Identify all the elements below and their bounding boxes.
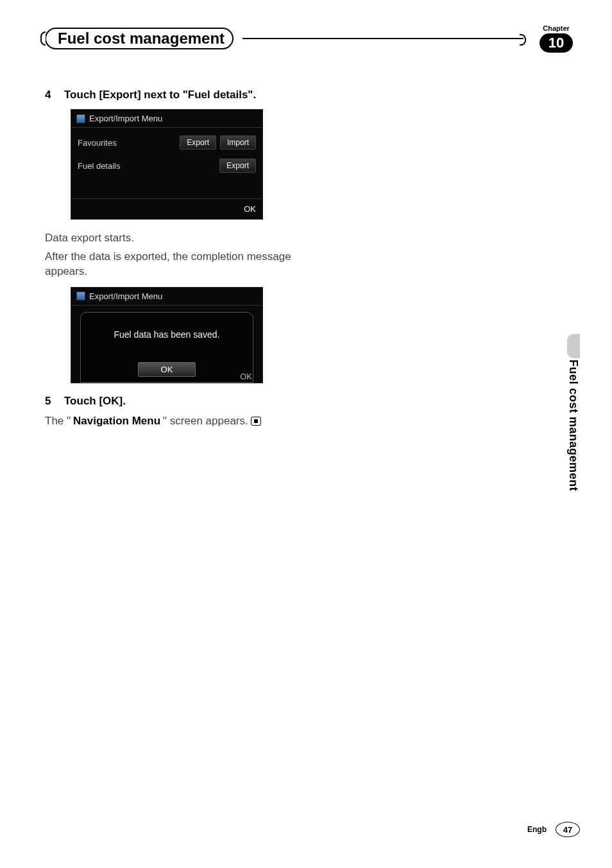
- side-tab-label: Fuel cost management: [566, 360, 580, 491]
- chapter-title-pill: Fuel cost management: [45, 28, 234, 49]
- footer-page-number: 47: [556, 822, 580, 837]
- step-4: 4 Touch [Export] next to "Fuel details".: [45, 89, 321, 101]
- row-favourites: Favourites Export Import: [78, 133, 256, 156]
- title-line: [242, 38, 523, 39]
- page-content: 4 Touch [Export] next to "Fuel details".…: [45, 89, 321, 433]
- chapter-label: Chapter: [532, 24, 580, 32]
- dialog-panel: Fuel data has been saved. OK: [80, 312, 253, 383]
- para-result: The " Navigation Menu " screen appears.: [45, 414, 261, 429]
- page-footer: Engb 47: [527, 822, 580, 837]
- para-export-starts: Data export starts.: [45, 231, 321, 246]
- label-fueldetails: Fuel details: [78, 161, 120, 171]
- chapter-header: Fuel cost management Chapter 10: [45, 24, 580, 53]
- background-ok-text: OK: [240, 372, 252, 381]
- chapter-title: Fuel cost management: [58, 30, 225, 48]
- step-5-text: Touch [OK].: [64, 395, 126, 408]
- screenshot-export-import-menu: Export/Import Menu Favourites Export Imp…: [71, 109, 263, 220]
- window-icon: [76, 114, 85, 123]
- label-favourites: Favourites: [78, 138, 117, 148]
- footer-lang: Engb: [527, 825, 547, 834]
- fueldetails-export-button[interactable]: Export: [219, 159, 256, 173]
- row-fueldetails: Fuel details Export: [78, 156, 256, 179]
- dialog-message: Fuel data has been saved.: [85, 324, 249, 340]
- screenshot1-titlebar: Export/Import Menu: [71, 110, 262, 128]
- screenshot2-title: Export/Import Menu: [89, 291, 162, 301]
- screenshot1-title: Export/Import Menu: [89, 114, 162, 123]
- result-bold: Navigation Menu: [73, 414, 160, 429]
- screenshot1-footer: OK: [71, 198, 262, 219]
- step-5-num: 5: [45, 395, 53, 408]
- screenshot2-titlebar: Export/Import Menu: [71, 288, 262, 306]
- step-5: 5 Touch [OK].: [45, 395, 321, 408]
- screenshot-saved-dialog: Export/Import Menu Fuel data has been sa…: [71, 287, 263, 383]
- screenshot1-ok-button[interactable]: OK: [244, 204, 256, 214]
- end-section-icon: [251, 417, 261, 426]
- result-suffix: " screen appears.: [163, 414, 248, 429]
- sidetab-accent: [567, 334, 580, 358]
- step-4-num: 4: [45, 89, 53, 101]
- chapter-number-box: Chapter 10: [532, 24, 580, 53]
- favourites-import-button[interactable]: Import: [220, 135, 256, 150]
- chapter-number: 10: [540, 33, 573, 53]
- window-icon: [76, 291, 85, 300]
- result-prefix: The ": [45, 414, 71, 429]
- dialog-ok-button[interactable]: OK: [138, 362, 196, 377]
- para-after-export: After the data is exported, the completi…: [45, 250, 321, 279]
- step-4-text: Touch [Export] next to "Fuel details".: [64, 89, 256, 101]
- favourites-export-button[interactable]: Export: [180, 135, 216, 150]
